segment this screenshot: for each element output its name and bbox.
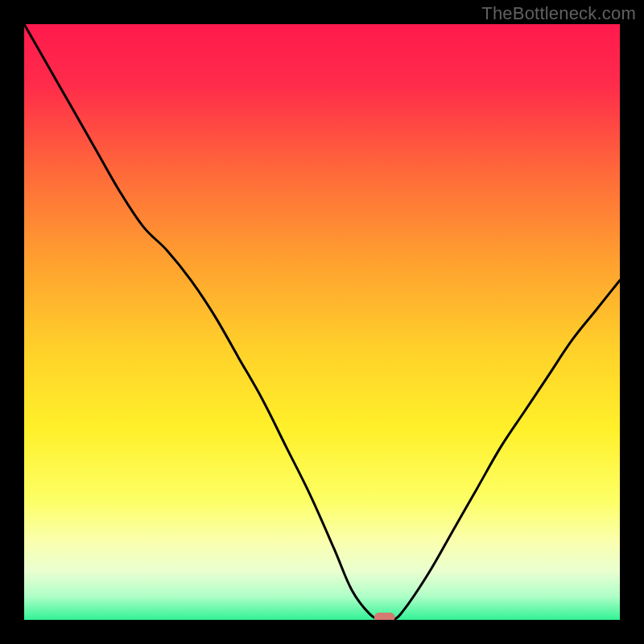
frame-bar-1 xyxy=(0,620,644,644)
chart-canvas xyxy=(0,0,644,644)
plot-background xyxy=(24,24,620,620)
frame-bar-2 xyxy=(0,0,24,644)
frame-bar-3 xyxy=(620,0,644,644)
watermark-text: TheBottleneck.com xyxy=(481,3,636,24)
